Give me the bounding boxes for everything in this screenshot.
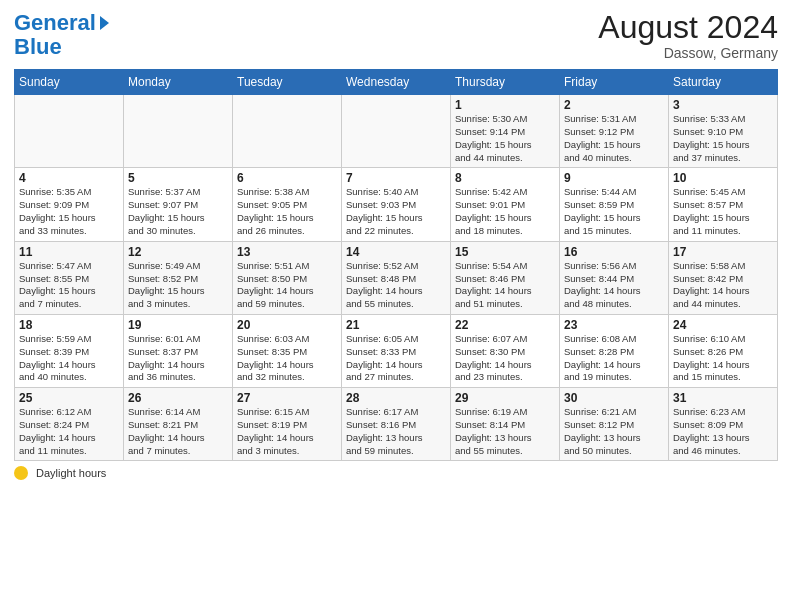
calendar-cell: 13Sunrise: 5:51 AM Sunset: 8:50 PM Dayli… — [233, 241, 342, 314]
sun-icon — [14, 466, 28, 480]
week-row-3: 11Sunrise: 5:47 AM Sunset: 8:55 PM Dayli… — [15, 241, 778, 314]
day-number: 30 — [564, 391, 664, 405]
day-info: Sunrise: 6:19 AM Sunset: 8:14 PM Dayligh… — [455, 406, 555, 457]
logo: General Blue — [14, 10, 109, 60]
day-number: 7 — [346, 171, 446, 185]
day-info: Sunrise: 6:14 AM Sunset: 8:21 PM Dayligh… — [128, 406, 228, 457]
page: General Blue August 2024 Dassow, Germany… — [0, 0, 792, 612]
day-number: 19 — [128, 318, 228, 332]
logo-triangle-icon — [100, 16, 109, 30]
day-header-tuesday: Tuesday — [233, 70, 342, 95]
day-number: 9 — [564, 171, 664, 185]
calendar-cell: 10Sunrise: 5:45 AM Sunset: 8:57 PM Dayli… — [669, 168, 778, 241]
day-info: Sunrise: 6:05 AM Sunset: 8:33 PM Dayligh… — [346, 333, 446, 384]
calendar-cell — [124, 95, 233, 168]
calendar-cell: 5Sunrise: 5:37 AM Sunset: 9:07 PM Daylig… — [124, 168, 233, 241]
day-number: 8 — [455, 171, 555, 185]
calendar-cell: 12Sunrise: 5:49 AM Sunset: 8:52 PM Dayli… — [124, 241, 233, 314]
calendar-cell: 22Sunrise: 6:07 AM Sunset: 8:30 PM Dayli… — [451, 314, 560, 387]
location-subtitle: Dassow, Germany — [598, 45, 778, 61]
calendar-cell — [342, 95, 451, 168]
day-number: 16 — [564, 245, 664, 259]
header: General Blue August 2024 Dassow, Germany — [14, 10, 778, 61]
day-info: Sunrise: 5:49 AM Sunset: 8:52 PM Dayligh… — [128, 260, 228, 311]
calendar-cell: 9Sunrise: 5:44 AM Sunset: 8:59 PM Daylig… — [560, 168, 669, 241]
day-info: Sunrise: 6:10 AM Sunset: 8:26 PM Dayligh… — [673, 333, 773, 384]
calendar-cell — [233, 95, 342, 168]
title-block: August 2024 Dassow, Germany — [598, 10, 778, 61]
day-info: Sunrise: 5:40 AM Sunset: 9:03 PM Dayligh… — [346, 186, 446, 237]
day-number: 29 — [455, 391, 555, 405]
day-header-friday: Friday — [560, 70, 669, 95]
day-number: 17 — [673, 245, 773, 259]
day-info: Sunrise: 5:31 AM Sunset: 9:12 PM Dayligh… — [564, 113, 664, 164]
day-info: Sunrise: 5:42 AM Sunset: 9:01 PM Dayligh… — [455, 186, 555, 237]
day-info: Sunrise: 6:17 AM Sunset: 8:16 PM Dayligh… — [346, 406, 446, 457]
calendar-cell — [15, 95, 124, 168]
calendar-cell: 18Sunrise: 5:59 AM Sunset: 8:39 PM Dayli… — [15, 314, 124, 387]
day-number: 22 — [455, 318, 555, 332]
calendar-cell: 6Sunrise: 5:38 AM Sunset: 9:05 PM Daylig… — [233, 168, 342, 241]
day-info: Sunrise: 5:30 AM Sunset: 9:14 PM Dayligh… — [455, 113, 555, 164]
day-info: Sunrise: 5:35 AM Sunset: 9:09 PM Dayligh… — [19, 186, 119, 237]
day-info: Sunrise: 5:52 AM Sunset: 8:48 PM Dayligh… — [346, 260, 446, 311]
day-info: Sunrise: 5:59 AM Sunset: 8:39 PM Dayligh… — [19, 333, 119, 384]
day-number: 15 — [455, 245, 555, 259]
logo-general: General — [14, 10, 96, 36]
day-info: Sunrise: 5:47 AM Sunset: 8:55 PM Dayligh… — [19, 260, 119, 311]
calendar-cell: 20Sunrise: 6:03 AM Sunset: 8:35 PM Dayli… — [233, 314, 342, 387]
day-info: Sunrise: 5:38 AM Sunset: 9:05 PM Dayligh… — [237, 186, 337, 237]
calendar-table: SundayMondayTuesdayWednesdayThursdayFrid… — [14, 69, 778, 461]
calendar-cell: 8Sunrise: 5:42 AM Sunset: 9:01 PM Daylig… — [451, 168, 560, 241]
day-info: Sunrise: 6:15 AM Sunset: 8:19 PM Dayligh… — [237, 406, 337, 457]
day-info: Sunrise: 5:45 AM Sunset: 8:57 PM Dayligh… — [673, 186, 773, 237]
day-info: Sunrise: 5:58 AM Sunset: 8:42 PM Dayligh… — [673, 260, 773, 311]
day-info: Sunrise: 6:08 AM Sunset: 8:28 PM Dayligh… — [564, 333, 664, 384]
calendar-cell: 17Sunrise: 5:58 AM Sunset: 8:42 PM Dayli… — [669, 241, 778, 314]
day-info: Sunrise: 5:56 AM Sunset: 8:44 PM Dayligh… — [564, 260, 664, 311]
footer-note: Daylight hours — [14, 466, 778, 480]
day-info: Sunrise: 5:37 AM Sunset: 9:07 PM Dayligh… — [128, 186, 228, 237]
calendar-cell: 26Sunrise: 6:14 AM Sunset: 8:21 PM Dayli… — [124, 388, 233, 461]
calendar-cell: 24Sunrise: 6:10 AM Sunset: 8:26 PM Dayli… — [669, 314, 778, 387]
day-number: 6 — [237, 171, 337, 185]
day-number: 21 — [346, 318, 446, 332]
calendar-cell: 15Sunrise: 5:54 AM Sunset: 8:46 PM Dayli… — [451, 241, 560, 314]
day-number: 26 — [128, 391, 228, 405]
days-header-row: SundayMondayTuesdayWednesdayThursdayFrid… — [15, 70, 778, 95]
calendar-cell: 29Sunrise: 6:19 AM Sunset: 8:14 PM Dayli… — [451, 388, 560, 461]
day-number: 25 — [19, 391, 119, 405]
calendar-cell: 3Sunrise: 5:33 AM Sunset: 9:10 PM Daylig… — [669, 95, 778, 168]
day-info: Sunrise: 6:07 AM Sunset: 8:30 PM Dayligh… — [455, 333, 555, 384]
calendar-cell: 27Sunrise: 6:15 AM Sunset: 8:19 PM Dayli… — [233, 388, 342, 461]
calendar-cell: 31Sunrise: 6:23 AM Sunset: 8:09 PM Dayli… — [669, 388, 778, 461]
day-header-thursday: Thursday — [451, 70, 560, 95]
day-info: Sunrise: 6:21 AM Sunset: 8:12 PM Dayligh… — [564, 406, 664, 457]
day-header-sunday: Sunday — [15, 70, 124, 95]
day-number: 20 — [237, 318, 337, 332]
day-number: 27 — [237, 391, 337, 405]
calendar-cell: 28Sunrise: 6:17 AM Sunset: 8:16 PM Dayli… — [342, 388, 451, 461]
week-row-2: 4Sunrise: 5:35 AM Sunset: 9:09 PM Daylig… — [15, 168, 778, 241]
calendar-cell: 25Sunrise: 6:12 AM Sunset: 8:24 PM Dayli… — [15, 388, 124, 461]
calendar-cell: 16Sunrise: 5:56 AM Sunset: 8:44 PM Dayli… — [560, 241, 669, 314]
day-number: 11 — [19, 245, 119, 259]
calendar-cell: 23Sunrise: 6:08 AM Sunset: 8:28 PM Dayli… — [560, 314, 669, 387]
day-number: 12 — [128, 245, 228, 259]
day-number: 4 — [19, 171, 119, 185]
day-info: Sunrise: 6:01 AM Sunset: 8:37 PM Dayligh… — [128, 333, 228, 384]
calendar-cell: 4Sunrise: 5:35 AM Sunset: 9:09 PM Daylig… — [15, 168, 124, 241]
calendar-cell: 2Sunrise: 5:31 AM Sunset: 9:12 PM Daylig… — [560, 95, 669, 168]
day-info: Sunrise: 5:33 AM Sunset: 9:10 PM Dayligh… — [673, 113, 773, 164]
calendar-cell: 11Sunrise: 5:47 AM Sunset: 8:55 PM Dayli… — [15, 241, 124, 314]
day-number: 23 — [564, 318, 664, 332]
day-number: 31 — [673, 391, 773, 405]
day-info: Sunrise: 6:03 AM Sunset: 8:35 PM Dayligh… — [237, 333, 337, 384]
day-header-wednesday: Wednesday — [342, 70, 451, 95]
day-info: Sunrise: 6:23 AM Sunset: 8:09 PM Dayligh… — [673, 406, 773, 457]
week-row-4: 18Sunrise: 5:59 AM Sunset: 8:39 PM Dayli… — [15, 314, 778, 387]
calendar-cell: 30Sunrise: 6:21 AM Sunset: 8:12 PM Dayli… — [560, 388, 669, 461]
day-info: Sunrise: 6:12 AM Sunset: 8:24 PM Dayligh… — [19, 406, 119, 457]
day-number: 3 — [673, 98, 773, 112]
calendar-cell: 19Sunrise: 6:01 AM Sunset: 8:37 PM Dayli… — [124, 314, 233, 387]
